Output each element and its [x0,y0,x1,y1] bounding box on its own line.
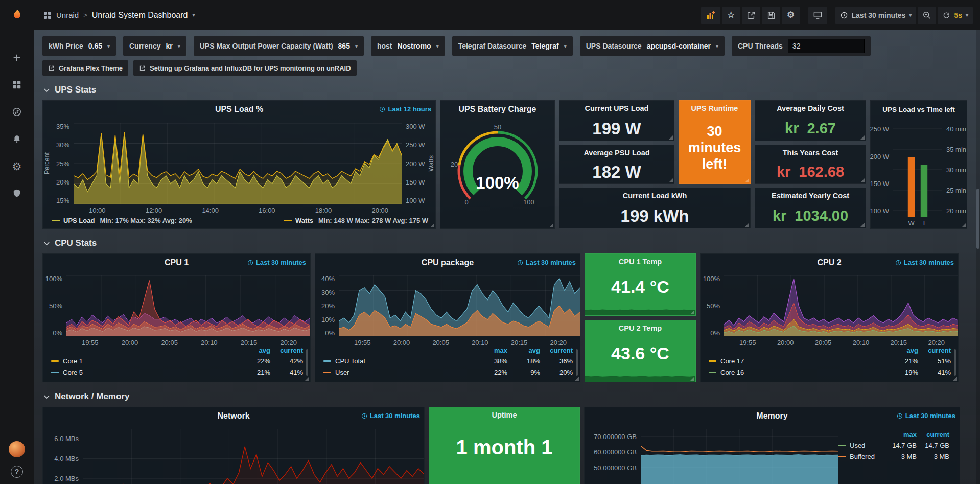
server-admin-icon[interactable] [11,187,23,199]
refresh-caret-icon: ▾ [966,12,968,18]
cycle-view-mode-button[interactable] [808,7,827,24]
share-button[interactable] [742,7,760,24]
link-ups-monitoring-guide[interactable]: Setting up Grafana and InfluxDB for UPS … [133,60,357,76]
avatar[interactable] [9,441,25,457]
chart-legend: avgcurrent Core 1 22% 42% Core 5 21% 41% [43,347,310,382]
svg-text:100: 100 [523,198,534,206]
variable-telegraf-datasource[interactable]: Telegraf DatasourceTelegraf▾ [452,36,573,56]
section-cpu-stats[interactable]: CPU Stats [43,238,972,248]
legend-row[interactable]: Buffered 3 MB 3 MB [838,451,949,462]
navbar: Unraid > Unraid System Dashboard ▾ ☆ ⚙ L… [34,0,980,30]
dashboards-icon[interactable] [11,79,23,91]
add-panel-icon [706,10,716,20]
dashboard-links-row: Grafana Plex Theme Setting up Grafana an… [42,60,972,76]
stat-value: 30 minutes left! [679,124,750,176]
explore-icon[interactable] [11,106,23,118]
chart-legend: maxcurrent Used 14.7 GB 14.7 GB Buffered… [838,425,960,484]
variable-currency[interactable]: Currencykr▾ [123,36,186,56]
variable-ups-max-output[interactable]: UPS Max Output Power Capacity (Watt)865▾ [194,36,364,56]
configuration-icon[interactable]: ⚙ [11,160,23,172]
panel-uptime: Uptime 1 month 1 [429,407,580,484]
alerting-icon[interactable] [11,133,23,145]
save-icon [766,11,776,20]
panel-title[interactable]: UPS Battery Charge [440,101,554,118]
legend-row[interactable]: Core 5 21% 41% [51,366,303,378]
time-range-picker[interactable]: Last 30 minutes ▾ [835,7,917,24]
add-panel-button[interactable] [701,7,720,24]
create-icon[interactable] [11,52,23,64]
dashboard-title[interactable]: Unraid System Dashboard [92,11,188,20]
zoom-out-icon [922,11,931,20]
ups-stat-cluster: Current UPS Load 199 W UPS Runtime 30 mi… [559,100,866,229]
dashboard-settings-button[interactable]: ⚙ [782,7,800,24]
panel-time-range[interactable]: Last 30 minutes [895,259,954,266]
legend-row[interactable]: CPU Total 38% 18% 36% [323,355,573,366]
chevron-down-icon: ▾ [564,43,567,49]
cpu-temps-column: CPU 1 Temp 41.4 °C CPU 2 Temp 43.6 °C [585,253,696,382]
panel-ups-load: UPS Load % Last 12 hours Percent 35%30%2… [42,100,436,229]
dashboard-grid-icon[interactable] [43,11,52,19]
network-chart [83,429,424,484]
ups-stats-row: UPS Load % Last 12 hours Percent 35%30%2… [42,100,972,229]
legend-scrollbar[interactable] [576,349,578,376]
clock-icon [840,11,848,19]
y-axis-label-left: Percent [43,152,51,174]
variable-ups-datasource[interactable]: UPS Datasourceapcupsd-container▾ [580,36,725,56]
panel-ups-load-vs-time-left: UPS Load vs Time left 250 W200 W150 W100… [870,100,967,229]
y-axis-label-right: Watts [428,155,435,171]
breadcrumb: Unraid > Unraid System Dashboard ▾ [43,11,195,20]
variable-kwh-price[interactable]: kWh Price0.65▾ [42,36,116,56]
panel-average-daily-cost: Average Daily Cost kr2.67 [755,100,866,141]
panel-time-range[interactable]: Last 30 minutes [247,259,306,266]
legend-row[interactable]: Core 1 22% 42% [51,355,303,366]
chevron-down-icon: ▾ [716,43,718,49]
legend-row[interactable]: User 22% 9% 20% [323,366,573,378]
refresh-picker[interactable]: 5s ▾ [938,7,973,24]
cpu1-chart [66,275,310,336]
section-ups-stats[interactable]: UPS Stats [43,85,972,95]
panel-current-load-kwh: Current Load kWh 199 kWh [559,188,751,228]
scrollbar-thumb[interactable] [976,189,979,249]
cpu-threads-input[interactable] [788,39,865,53]
stat-value: kr1034.00 [773,209,848,223]
zoom-out-button[interactable] [918,7,936,24]
legend-scrollbar[interactable] [306,349,308,376]
variable-host[interactable]: hostNostromo▾ [371,36,445,56]
legend-scrollbar[interactable] [954,349,956,376]
legend-row[interactable]: Used 14.7 GB 14.7 GB [838,440,949,451]
panel-time-range[interactable]: Last 12 hours [379,105,431,113]
legend-row[interactable]: Core 16 19% 41% [709,366,951,378]
external-link-icon [139,65,146,72]
panel-network: Network Last 30 minutes 6.0 MBs4.0 MBs2.… [42,407,425,484]
star-button[interactable]: ☆ [722,7,740,24]
section-network-memory[interactable]: Network / Memory [43,391,972,402]
chart-legend: maxavgcurrent CPU Total 38% 18% 36% User… [315,347,580,382]
panel-time-range[interactable]: Last 30 minutes [897,412,955,420]
time-range-label: Last 30 minutes [852,11,906,19]
panel-time-range[interactable]: Last 30 minutes [517,259,576,266]
legend-item[interactable]: WattsMin: 148 W Max: 278 W Avg: 175 W [284,217,428,224]
chevron-down-icon [43,240,50,247]
title-caret-icon[interactable]: ▾ [192,12,195,18]
x-axis-ticks: 10:0012:0014:0016:0018:0020:00 [74,204,402,215]
chevron-down-icon: ▾ [178,43,180,49]
save-button[interactable] [762,7,780,24]
variable-cpu-threads: CPU Threads [732,36,871,56]
y-axis-ticks-left: 250 W200 W150 W100 W [871,122,893,217]
panel-time-range[interactable]: Last 30 minutes [361,412,420,420]
stat-value: 43.6 °C [611,343,669,363]
page-scrollbar[interactable] [976,30,980,484]
panel-current-ups-load: Current UPS Load 199 W [559,100,674,141]
legend-item[interactable]: UPS LoadMin: 17% Max: 32% Avg: 20% [52,217,192,224]
stat-value: 1 month 1 [456,436,553,459]
breadcrumb-folder[interactable]: Unraid [56,11,79,19]
ups-vs-time-chart [893,122,942,217]
link-grafana-plex-theme[interactable]: Grafana Plex Theme [42,60,128,76]
legend-row[interactable]: Core 17 21% 51% [709,355,951,366]
help-icon[interactable]: ? [11,466,23,478]
panel-title[interactable]: UPS Load % Last 12 hours [43,101,435,118]
cpu-stats-row: CPU 1 Last 30 minutes 100%50%0% 19:5520:… [42,253,972,382]
y-axis-ticks-right: 40 min35 min30 min25 min20 min [942,122,967,217]
grafana-logo[interactable] [0,0,34,30]
refresh-interval-label: 5s [954,11,962,19]
